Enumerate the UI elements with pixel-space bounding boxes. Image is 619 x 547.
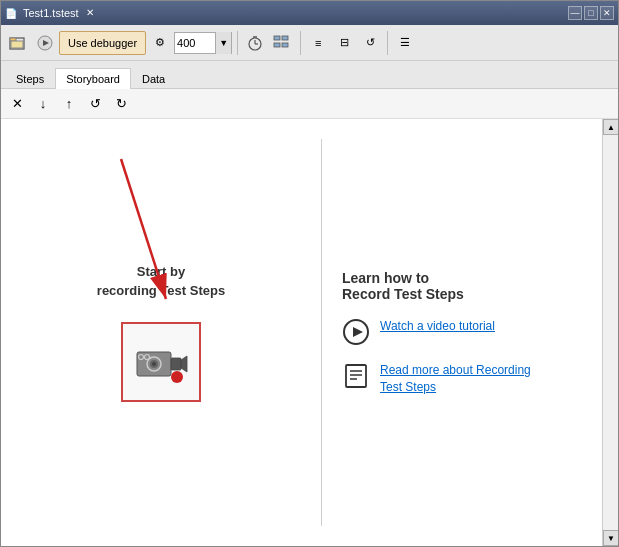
action-bar: ✕ ↓ ↑ ↺ ↻ [1, 89, 618, 119]
tabs-bar: Steps Storyboard Data [1, 61, 618, 89]
main-window: 📄 Test1.tstest ✕ — □ ✕ Use debugger ⚙ [0, 0, 619, 547]
svg-marker-25 [353, 327, 363, 337]
run-icon [37, 35, 53, 51]
learn-title: Learn how to Record Test Steps [342, 270, 582, 302]
camera-svg [133, 340, 189, 384]
zoom-dropdown[interactable]: ▼ [174, 32, 232, 54]
video-link-item: Watch a video tutorial [342, 318, 582, 346]
video-tutorial-link[interactable]: Watch a video tutorial [380, 318, 495, 335]
open-button[interactable] [5, 29, 31, 57]
right-panel: Learn how to Record Test Steps Watch a v… [322, 119, 602, 546]
steps-icon [273, 35, 291, 51]
scroll-track [603, 135, 618, 530]
list-button[interactable]: ☰ [393, 29, 417, 57]
tab-title: Test1.tstest [23, 7, 79, 19]
timer-icon [247, 35, 263, 51]
comment-button[interactable]: ≡ [306, 29, 330, 57]
open-icon [9, 34, 27, 52]
record-button[interactable] [121, 322, 201, 402]
arrow-svg [101, 149, 221, 349]
title-bar-left: 📄 Test1.tstest ✕ [5, 7, 97, 19]
svg-rect-21 [171, 358, 181, 370]
scrollbar: ▲ ▼ [602, 119, 618, 546]
svg-point-23 [171, 371, 183, 383]
read-more-link[interactable]: Read more about Recording Test Steps [380, 362, 531, 396]
main-content: Start by recording Test Steps [1, 119, 618, 546]
separator-3 [387, 31, 388, 55]
document-icon [342, 362, 370, 390]
zoom-arrow[interactable]: ▼ [215, 32, 231, 54]
svg-rect-11 [274, 43, 280, 47]
svg-rect-26 [346, 365, 366, 387]
settings-button[interactable]: ⚙ [148, 29, 172, 57]
minimize-button[interactable]: — [568, 6, 582, 20]
filter-button[interactable]: ⊟ [332, 29, 356, 57]
scroll-up-button[interactable]: ▲ [603, 119, 618, 135]
zoom-input[interactable] [175, 37, 215, 49]
play-circle-icon [342, 318, 370, 346]
scroll-down-button[interactable]: ▼ [603, 530, 618, 546]
svg-marker-22 [181, 356, 187, 372]
redo-button[interactable]: ↻ [109, 93, 133, 115]
start-label: Start by recording Test Steps [97, 263, 225, 311]
docs-link-item: Read more about Recording Test Steps [342, 362, 582, 396]
run-button[interactable] [33, 29, 57, 57]
svg-point-18 [152, 362, 156, 366]
tab-storyboard[interactable]: Storyboard [55, 68, 131, 89]
title-bar: 📄 Test1.tstest ✕ — □ ✕ [1, 1, 618, 25]
toolbar: Use debugger ⚙ ▼ ≡ ⊟ ↺ [1, 25, 618, 61]
svg-rect-9 [274, 36, 280, 40]
svg-rect-12 [282, 43, 288, 47]
separator-1 [237, 31, 238, 55]
tab-steps[interactable]: Steps [5, 68, 55, 89]
svg-rect-2 [11, 41, 23, 48]
close-action-button[interactable]: ✕ [5, 93, 29, 115]
undo-button[interactable]: ↺ [83, 93, 107, 115]
separator-2 [300, 31, 301, 55]
tab-data[interactable]: Data [131, 68, 176, 89]
left-panel: Start by recording Test Steps [1, 119, 321, 546]
maximize-button[interactable]: □ [584, 6, 598, 20]
window-controls: — □ ✕ [568, 6, 614, 20]
debugger-button[interactable]: Use debugger [59, 31, 146, 55]
tab-close-button[interactable]: ✕ [83, 7, 97, 19]
reset-button[interactable]: ↺ [358, 29, 382, 57]
timer-button[interactable] [243, 29, 267, 57]
steps-button[interactable] [269, 29, 295, 57]
file-icon: 📄 [5, 8, 17, 19]
svg-rect-10 [282, 36, 288, 40]
move-down-button[interactable]: ↓ [31, 93, 55, 115]
close-button[interactable]: ✕ [600, 6, 614, 20]
learn-section: Learn how to Record Test Steps Watch a v… [342, 270, 582, 396]
move-up-button[interactable]: ↑ [57, 93, 81, 115]
